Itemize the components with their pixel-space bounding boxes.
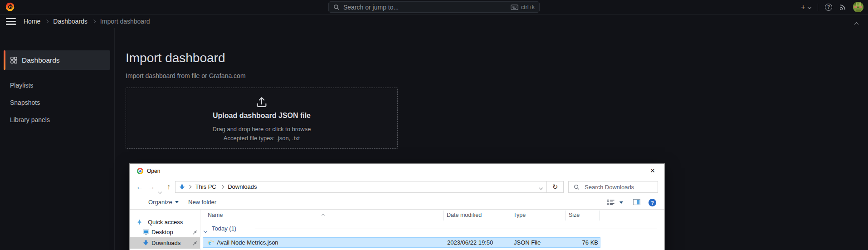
nav-pane-label: Desktop [151,229,173,235]
json-file-icon: e [207,239,214,247]
view-mode-button[interactable] [607,199,623,206]
column-separator[interactable] [443,211,444,221]
upload-icon [126,95,397,111]
sidebar-item-snapshots[interactable]: Snapshots [10,99,40,108]
pin-icon[interactable] [192,240,197,247]
nav-pane-quick-access[interactable]: Quick access [130,217,200,228]
grafana-logo-icon[interactable] [5,2,15,12]
organize-button[interactable]: Organize [148,199,179,206]
nav-pane-desktop[interactable]: Desktop [130,227,200,238]
search-placeholder: Search or jump to... [343,4,399,11]
file-name: Avail Node Metrics.json [217,239,278,246]
chevron-down-icon [158,190,162,193]
chevron-right-icon [220,185,224,189]
file-date-modified: 2023/06/22 19:50 [447,239,493,246]
address-crumb-downloads[interactable]: Downloads [224,181,261,192]
breadcrumb-current: Import dashboard [100,18,150,25]
dialog-help-button[interactable]: ? [649,199,656,206]
file-size: 76 KB [564,239,598,246]
plus-icon: + [801,3,805,12]
nav-pane-label: Quick access [148,219,183,225]
upload-dropzone[interactable]: Upload dashboard JSON file Drag and drop… [126,88,398,149]
address-crumb-this-pc[interactable]: This PC [191,181,220,192]
chevron-right-icon [92,20,96,23]
preview-pane-icon [633,199,640,205]
forward-button[interactable]: → [148,181,155,192]
apps-grid-icon [10,57,17,64]
search-input[interactable]: Search or jump to... ctrl+k [328,1,540,13]
caret-down-icon [619,201,623,204]
search-shortcut: ctrl+k [511,4,535,10]
menu-toggle-button[interactable] [6,18,16,25]
column-header-type[interactable]: Type [513,212,526,218]
up-button[interactable]: ↑ [167,181,171,192]
downloads-folder-icon [179,184,185,190]
sidebar-item-playlists[interactable]: Playlists [10,82,33,91]
dialog-searchbox[interactable] [568,181,658,193]
dialog-nav-row: ← → ↑ This PC Downloads ↻ [130,178,664,196]
sidebar: Dashboards Playlists Snapshots Library p… [0,28,115,250]
upload-drag-hint: Drag and drop here or click to browse [126,126,397,132]
column-separator[interactable] [510,211,510,221]
new-folder-button[interactable]: New folder [188,199,216,206]
news-button[interactable] [839,4,846,11]
column-separator[interactable] [565,211,566,221]
group-collapse-button[interactable] [204,227,207,234]
svg-text:e: e [209,240,211,246]
column-separator[interactable] [599,211,600,221]
collapse-topbar-button[interactable] [855,20,858,28]
quick-access-star-icon [137,219,142,226]
dialog-toolbar: Organize New folder ? [130,196,664,210]
address-dropdown-button[interactable] [536,184,546,191]
details-view-icon [607,199,615,206]
breadcrumb-home[interactable]: Home [24,18,40,25]
page-title: Import dashboard [126,51,225,65]
chevron-down-icon [539,186,543,190]
group-header-label[interactable]: Today (1) [212,225,236,232]
upload-heading: Upload dashboard JSON file [126,112,397,120]
close-button[interactable]: × [645,166,660,176]
open-file-dialog: Open × ← → ↑ This PC Downloads ↻ [129,163,665,250]
breadcrumb: Home Dashboards Import dashboard [24,15,150,28]
address-bar[interactable]: This PC Downloads [175,181,547,193]
dialog-titlebar[interactable]: Open × [130,164,664,178]
refresh-button[interactable]: ↻ [547,181,564,193]
search-icon [333,4,340,10]
chevron-up-icon [854,22,859,27]
file-row-avail-node-metrics[interactable]: e Avail Node Metrics.json 2023/06/22 19:… [203,237,600,248]
nav-pane-downloads[interactable]: Downloads [130,237,200,249]
breadcrumb-dashboards[interactable]: Dashboards [53,18,88,25]
upload-accepted-types: Accepted file types: .json, .txt [126,135,397,142]
page-subtitle: Import dashboard from file or Grafana.co… [126,72,246,79]
pane-separator [200,210,200,250]
breadcrumb-bar: Home Dashboards Import dashboard [0,15,868,28]
topbar-actions: + ? [801,0,863,14]
column-header-size[interactable]: Size [569,212,580,218]
sidebar-item-label: Dashboards [22,56,60,64]
user-avatar[interactable] [853,2,863,12]
topbar-divider [818,4,818,11]
column-header-date-modified[interactable]: Date modified [447,212,482,218]
preview-pane-button[interactable] [633,199,640,205]
dialog-title: Open [147,168,160,174]
pin-icon[interactable] [192,230,197,236]
back-button[interactable]: ← [136,181,143,192]
nav-pane-label: Downloads [151,240,180,246]
sidebar-item-library-panels[interactable]: Library panels [10,116,50,125]
new-menu-button[interactable]: + [801,3,811,12]
column-header-name[interactable]: Name [208,212,223,218]
rss-icon [839,4,846,11]
group-header-rule [255,229,657,229]
downloads-icon [143,240,149,247]
history-dropdown-button[interactable] [159,185,161,196]
caret-down-icon [175,201,179,203]
dialog-search-input[interactable] [584,183,653,191]
search-icon [574,184,580,190]
sidebar-item-dashboards[interactable]: Dashboards [4,50,110,70]
keyboard-icon [511,5,518,10]
chevron-right-icon [45,20,49,23]
help-button[interactable]: ? [825,4,832,11]
new-folder-label: New folder [188,199,216,206]
help-icon: ? [649,199,656,206]
chrome-icon [137,168,143,174]
